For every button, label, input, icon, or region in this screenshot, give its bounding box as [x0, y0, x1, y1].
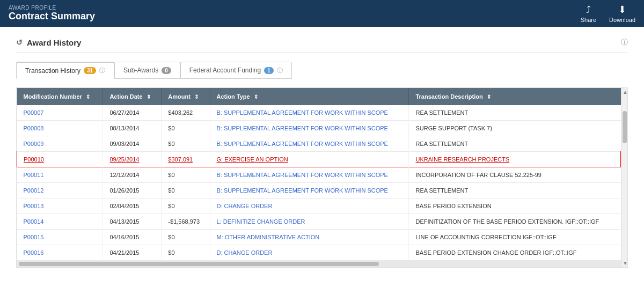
- cell-amount: $0: [162, 167, 210, 183]
- table-row: P0001112/12/2014$0B: SUPPLEMENTAL AGREEM…: [17, 167, 621, 183]
- cell-action-type[interactable]: B: SUPPLEMENTAL AGREEMENT FOR WORK WITHI…: [210, 105, 409, 121]
- header-actions: ⤴ Share ⬇ Download: [581, 4, 635, 23]
- table-row: P0001504/16/2015$0M: OTHER ADMINISTRATIV…: [17, 230, 621, 245]
- cell-transaction-description: SURGE SUPPORT (TASK 7): [409, 121, 621, 136]
- cell-amount: $0: [162, 136, 210, 152]
- federal-account-funding-badge: 1: [264, 67, 274, 74]
- share-icon: ⤴: [586, 4, 591, 16]
- cell-action-type[interactable]: D: CHANGE ORDER: [210, 245, 409, 261]
- cell-transaction-description: REA SETTLEMENT: [409, 183, 621, 198]
- cell-action-date: 12/12/2014: [103, 167, 162, 183]
- cell-action-type[interactable]: G: EXERCISE AN OPTION: [210, 152, 409, 167]
- cell-action-date: 06/27/2014: [103, 105, 162, 121]
- table-row: P0000706/27/2014$403,262B: SUPPLEMENTAL …: [17, 105, 621, 121]
- cell-transaction-description: REA SETTLEMENT: [409, 105, 621, 121]
- share-button[interactable]: ⤴ Share: [581, 4, 596, 23]
- table-header-row: Modification Number ⇕ Action Date ⇕ Amou…: [17, 88, 621, 105]
- share-label: Share: [581, 17, 596, 23]
- cell-modification-number[interactable]: P00007: [17, 105, 103, 121]
- cell-modification-number[interactable]: P00009: [17, 136, 103, 152]
- cell-action-date: 01/26/2015: [103, 183, 162, 198]
- sort-modification-number-icon: ⇕: [86, 94, 90, 100]
- cell-action-date: 04/21/2015: [103, 245, 162, 261]
- cell-amount: $307,091: [162, 152, 210, 167]
- cell-modification-number[interactable]: P00015: [17, 230, 103, 245]
- vertical-scrollbar[interactable]: ▲ ▼: [621, 88, 627, 267]
- section-title: Award History: [27, 38, 81, 47]
- cell-amount: $0: [162, 245, 210, 261]
- table-row: P0001404/13/2015-$1,568,973L: DEFINITIZE…: [17, 214, 621, 230]
- transaction-history-info-icon[interactable]: ⓘ: [99, 67, 105, 75]
- cell-action-type[interactable]: B: SUPPLEMENTAL AGREEMENT FOR WORK WITHI…: [210, 121, 409, 136]
- cell-action-type[interactable]: M: OTHER ADMINISTRATIVE ACTION: [210, 230, 409, 245]
- cell-action-date: 04/16/2015: [103, 230, 162, 245]
- table-container: Modification Number ⇕ Action Date ⇕ Amou…: [17, 88, 627, 267]
- table-row: P0001201/26/2015$0B: SUPPLEMENTAL AGREEM…: [17, 183, 621, 198]
- transaction-table-wrapper: Modification Number ⇕ Action Date ⇕ Amou…: [16, 87, 628, 268]
- scroll-up-arrow[interactable]: ▲: [623, 89, 626, 95]
- tab-transaction-history[interactable]: Transaction History 31 ⓘ: [16, 62, 114, 79]
- table-row: P0001009/25/2014$307,091G: EXERCISE AN O…: [17, 152, 621, 167]
- cell-action-date: 09/25/2014: [103, 152, 162, 167]
- tab-transaction-history-label: Transaction History: [25, 67, 80, 75]
- main-content: ↺ Award History ⓘ Transaction History 31…: [0, 27, 644, 287]
- cell-transaction-description: REA SETTLEMENT: [409, 136, 621, 152]
- cell-modification-number[interactable]: P00011: [17, 167, 103, 183]
- horizontal-scroll-thumb[interactable]: [19, 262, 379, 266]
- cell-transaction-description: BASE PERIOD EXTENSION: [409, 198, 621, 214]
- col-action-date[interactable]: Action Date ⇕: [103, 88, 162, 105]
- download-icon: ⬇: [618, 4, 626, 16]
- cell-transaction-description: UKRAINE RESEARCH PROJECTS: [409, 152, 621, 167]
- tab-sub-awards[interactable]: Sub-Awards 0: [114, 62, 180, 79]
- cell-amount: $0: [162, 198, 210, 214]
- tab-bar: Transaction History 31 ⓘ Sub-Awards 0 Fe…: [16, 62, 628, 79]
- cell-action-type[interactable]: B: SUPPLEMENTAL AGREEMENT FOR WORK WITHI…: [210, 167, 409, 183]
- cell-transaction-description: DEFINITIZATION OF THE BASE PERIOD EXTENS…: [409, 214, 621, 230]
- col-modification-number[interactable]: Modification Number ⇕: [17, 88, 103, 105]
- sort-amount-icon: ⇕: [194, 94, 199, 100]
- vertical-scroll-thumb[interactable]: [623, 111, 627, 143]
- section-header: ↺ Award History ⓘ: [16, 38, 628, 53]
- cell-amount: $0: [162, 230, 210, 245]
- scroll-down-arrow[interactable]: ▼: [623, 260, 626, 266]
- cell-modification-number[interactable]: P00010: [17, 152, 103, 167]
- col-transaction-description[interactable]: Transaction Description ⇕: [409, 88, 621, 105]
- tab-sub-awards-label: Sub-Awards: [123, 67, 158, 74]
- table-row: P0000808/13/2014$0B: SUPPLEMENTAL AGREEM…: [17, 121, 621, 136]
- sort-action-date-icon: ⇕: [147, 94, 151, 100]
- cell-action-type[interactable]: D: CHANGE ORDER: [210, 198, 409, 214]
- cell-modification-number[interactable]: P00013: [17, 198, 103, 214]
- table-row: P0001604/21/2015$0D: CHANGE ORDERBASE PE…: [17, 245, 621, 261]
- sub-awards-badge: 0: [162, 67, 171, 74]
- page-title: Contract Summary: [9, 11, 95, 22]
- table-row: P0000909/03/2014$0B: SUPPLEMENTAL AGREEM…: [17, 136, 621, 152]
- col-action-type[interactable]: Action Type ⇕: [210, 88, 409, 105]
- header-branding: AWARD PROFILE Contract Summary: [9, 5, 95, 22]
- cell-amount: $403,262: [162, 105, 210, 121]
- cell-amount: -$1,568,973: [162, 214, 210, 230]
- download-button[interactable]: ⬇ Download: [609, 4, 635, 23]
- cell-action-date: 04/13/2015: [103, 214, 162, 230]
- cell-transaction-description: INCORPORATION OF FAR CLAUSE 52.225-99: [409, 167, 621, 183]
- table-row: P0001302/04/2015$0D: CHANGE ORDERBASE PE…: [17, 198, 621, 214]
- cell-action-type[interactable]: B: SUPPLEMENTAL AGREEMENT FOR WORK WITHI…: [210, 183, 409, 198]
- transaction-table: Modification Number ⇕ Action Date ⇕ Amou…: [17, 88, 621, 261]
- horizontal-scrollbar[interactable]: [17, 261, 621, 267]
- download-label: Download: [609, 17, 635, 23]
- section-info-icon[interactable]: ⓘ: [621, 38, 628, 47]
- cell-modification-number[interactable]: P00012: [17, 183, 103, 198]
- cell-action-type[interactable]: B: SUPPLEMENTAL AGREEMENT FOR WORK WITHI…: [210, 136, 409, 152]
- cell-modification-number[interactable]: P00014: [17, 214, 103, 230]
- tab-federal-account-funding-label: Federal Account Funding: [189, 67, 261, 74]
- col-amount[interactable]: Amount ⇕: [162, 88, 210, 105]
- cell-modification-number[interactable]: P00016: [17, 245, 103, 261]
- tab-federal-account-funding[interactable]: Federal Account Funding 1 ⓘ: [180, 62, 292, 79]
- section-title-group: ↺ Award History: [16, 38, 81, 47]
- cell-amount: $0: [162, 121, 210, 136]
- cell-action-date: 02/04/2015: [103, 198, 162, 214]
- table-main: Modification Number ⇕ Action Date ⇕ Amou…: [17, 88, 621, 267]
- cell-modification-number[interactable]: P00008: [17, 121, 103, 136]
- cell-action-date: 09/03/2014: [103, 136, 162, 152]
- cell-action-type[interactable]: L: DEFINITIZE CHANGE ORDER: [210, 214, 409, 230]
- federal-account-info-icon[interactable]: ⓘ: [277, 67, 283, 75]
